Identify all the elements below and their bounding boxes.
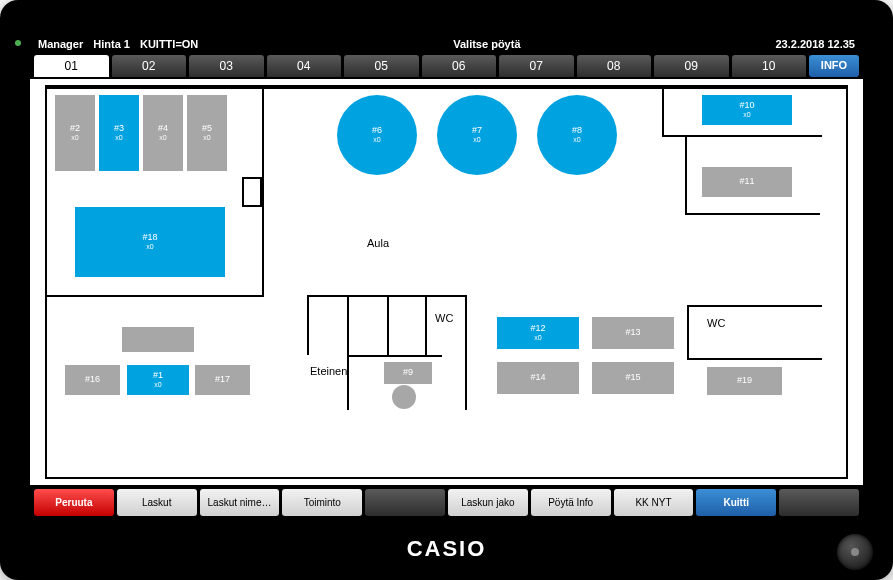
table-t4[interactable]: #4x0 (143, 95, 183, 171)
wall (465, 295, 467, 410)
table-t5[interactable]: #5x0 (187, 95, 227, 171)
wall (685, 213, 820, 215)
table-t17[interactable]: #17 (195, 365, 250, 395)
table-label: #4 (158, 124, 168, 134)
table-t12[interactable]: #12x0 (497, 317, 579, 349)
power-led (15, 40, 21, 46)
table-t13[interactable]: #13 (592, 317, 674, 349)
empty-button-2[interactable] (779, 489, 859, 516)
table-t11[interactable]: #11 (702, 167, 792, 197)
tabs-row: 01 02 03 04 05 06 07 08 09 10 INFO (30, 53, 863, 77)
table-sub: x0 (534, 334, 541, 342)
table-label: #10 (739, 101, 754, 111)
table-t18[interactable]: #18x0 (75, 207, 225, 277)
wall (47, 87, 846, 89)
table-label: #11 (739, 177, 754, 187)
invoices-named-button[interactable]: Laskut nime… (200, 489, 280, 516)
tab-07[interactable]: 07 (499, 55, 574, 77)
tab-06[interactable]: 06 (422, 55, 497, 77)
table-t8[interactable]: #8x0 (537, 95, 617, 175)
table-label: #5 (202, 124, 212, 134)
table-t7[interactable]: #7x0 (437, 95, 517, 175)
table-label: #7 (472, 126, 482, 136)
table-t10[interactable]: #10x0 (702, 95, 792, 125)
wall (347, 355, 442, 357)
page-title: Valitse pöytä (198, 38, 775, 50)
empty-button-1[interactable] (365, 489, 445, 516)
table-sub: x0 (573, 136, 580, 144)
receipt-button[interactable]: Kuitti (696, 489, 776, 516)
table-label: #13 (625, 328, 640, 338)
tab-02[interactable]: 02 (112, 55, 187, 77)
tab-10[interactable]: 10 (732, 55, 807, 77)
table-label: #1 (153, 371, 163, 381)
wall (242, 177, 262, 207)
table-t19[interactable]: #19 (707, 367, 782, 395)
table-sub: x0 (146, 243, 153, 251)
split-invoice-button[interactable]: Laskun jako (448, 489, 528, 516)
wall (262, 87, 264, 297)
label-aula: Aula (367, 237, 389, 249)
table-label: #14 (530, 373, 545, 383)
table-sub: x0 (743, 111, 750, 119)
wall (687, 358, 822, 360)
table-info-button[interactable]: Pöytä Info (531, 489, 611, 516)
table-t15[interactable]: #15 (592, 362, 674, 394)
table-sub: x0 (159, 134, 166, 142)
table-t16[interactable]: #16 (65, 365, 120, 395)
tab-03[interactable]: 03 (189, 55, 264, 77)
wall (307, 295, 309, 355)
table-t1[interactable]: #1x0 (127, 365, 189, 395)
table-label: #18 (142, 233, 157, 243)
wall (387, 295, 389, 357)
power-knob[interactable] (837, 534, 873, 570)
table-t14[interactable]: #14 (497, 362, 579, 394)
info-button[interactable]: INFO (809, 55, 859, 77)
table-label: #2 (70, 124, 80, 134)
invoices-button[interactable]: Laskut (117, 489, 197, 516)
table-counter[interactable] (122, 327, 194, 352)
wall (662, 87, 664, 137)
status-price: Hinta 1 (93, 38, 130, 50)
wall (687, 305, 689, 360)
table-label: #15 (625, 373, 640, 383)
wall (347, 295, 349, 410)
floor-plan: Aula WC WC Eteinen #2x0#3x0#4x0#5x0#6x0#… (45, 85, 848, 479)
table-t2[interactable]: #2x0 (55, 95, 95, 171)
wall (685, 135, 687, 215)
wall (425, 295, 427, 357)
brand-logo: CASIO (0, 536, 893, 562)
wall (687, 305, 822, 307)
label-wc2: WC (707, 317, 725, 329)
wall (47, 295, 262, 297)
label-wc1: WC (435, 312, 453, 324)
round-stool (392, 385, 416, 409)
table-label: #3 (114, 124, 124, 134)
table-sub: x0 (154, 381, 161, 389)
table-sub: x0 (473, 136, 480, 144)
kk-now-button[interactable]: KK NYT (614, 489, 694, 516)
status-receipt-mode: KUITTI=ON (140, 38, 198, 50)
table-sub: x0 (203, 134, 210, 142)
tab-01[interactable]: 01 (34, 55, 109, 77)
table-label: #9 (403, 368, 413, 378)
action-button[interactable]: Toiminto (282, 489, 362, 516)
table-t9[interactable]: #9 (384, 362, 432, 384)
table-t6[interactable]: #6x0 (337, 95, 417, 175)
floor-area: Aula WC WC Eteinen #2x0#3x0#4x0#5x0#6x0#… (30, 77, 863, 485)
table-sub: x0 (373, 136, 380, 144)
table-sub: x0 (71, 134, 78, 142)
table-t3[interactable]: #3x0 (99, 95, 139, 171)
status-datetime: 23.2.2018 12.35 (775, 38, 855, 50)
table-label: #12 (530, 324, 545, 334)
tab-09[interactable]: 09 (654, 55, 729, 77)
table-label: #8 (572, 126, 582, 136)
cancel-button[interactable]: Peruuta (34, 489, 114, 516)
table-label: #19 (737, 376, 752, 386)
tab-08[interactable]: 08 (577, 55, 652, 77)
table-sub: x0 (115, 134, 122, 142)
bottom-bar: Peruuta Laskut Laskut nime… Toiminto Las… (30, 485, 863, 520)
tab-04[interactable]: 04 (267, 55, 342, 77)
tab-05[interactable]: 05 (344, 55, 419, 77)
table-label: #6 (372, 126, 382, 136)
